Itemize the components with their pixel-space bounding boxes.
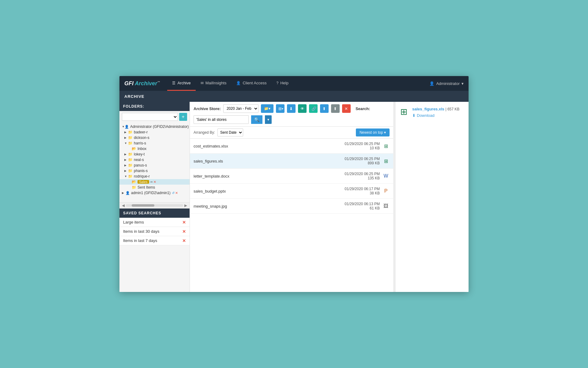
- tab-client-access[interactable]: 👤 Client Access: [231, 76, 271, 91]
- tree-item-dickson-s[interactable]: ▶ 📁 dickson-s: [119, 135, 190, 140]
- tree-item-lokey-t[interactable]: ▶ 📁 lokey-t: [119, 151, 190, 157]
- scroll-right-icon[interactable]: ▶: [184, 203, 187, 208]
- saved-search-last-30-days[interactable]: Items in last 30 days ✕: [119, 227, 190, 236]
- tree-item-sales[interactable]: 📂 Sales ✏ ✕: [119, 179, 190, 185]
- tab-archive[interactable]: ☰ Archive: [167, 76, 195, 91]
- download-arrow-icon: ⬇: [412, 113, 416, 118]
- arranged-select[interactable]: Sent Date: [217, 128, 243, 136]
- download-button[interactable]: ⬇: [287, 104, 296, 113]
- user-menu[interactable]: 👤 Administrator ▾: [429, 81, 464, 86]
- newest-on-top-button[interactable]: Newest on top ▾: [356, 128, 390, 136]
- archive-store-select[interactable]: 2020 Jan - Feb: [223, 104, 258, 113]
- scroll-left-icon[interactable]: ◀: [122, 203, 125, 208]
- edit-tag-icon[interactable]: ✏: [150, 180, 153, 184]
- tree-arrow: ▼: [122, 125, 125, 128]
- folder-icon: 📁: [128, 130, 133, 134]
- client-icon: 👤: [236, 81, 241, 85]
- delete-saved-search-button[interactable]: ✕: [182, 239, 186, 243]
- file-meta: 01/29/2020 06:25 PM 10 KB: [331, 142, 380, 150]
- preview-file-size: | 657 KB: [445, 107, 459, 111]
- tree-arrow: ▼: [124, 175, 128, 178]
- tab-mailinsights[interactable]: ✉ MailInsights: [196, 76, 232, 91]
- tree-item-panus-s[interactable]: ▶ 📁 panus-s: [119, 163, 190, 168]
- tree-item-inbox[interactable]: 📂 Inbox: [119, 146, 190, 151]
- refresh-icon[interactable]: ↺: [172, 191, 175, 195]
- folder-icon: 📁: [132, 185, 136, 190]
- upload-button[interactable]: ⬆: [320, 104, 329, 113]
- content-toolbar: Archive Store: 2020 Jan - Feb 📁▾ ⊞▾ ⬇ 👁: [190, 102, 393, 127]
- file-meta: 01/29/2020 06:17 PM 38 KB: [331, 187, 380, 195]
- folder-icon: 📁: [128, 136, 133, 140]
- archive-bar: ARCHIVE: [119, 91, 469, 102]
- tree-arrow: ▶: [124, 131, 128, 134]
- tree-item-phanis-s[interactable]: ▶ 📁 phanis-s: [119, 168, 190, 174]
- tab-help[interactable]: ? Help: [271, 76, 293, 91]
- search-icon: 🔍: [254, 117, 259, 122]
- folder-toolbar: +: [119, 111, 190, 123]
- tree-arrow: ▶: [124, 136, 128, 139]
- search-button[interactable]: 🔍: [251, 115, 262, 124]
- delete-icon: ✕: [345, 106, 348, 111]
- delete-button[interactable]: ✕: [342, 104, 351, 113]
- app-window: GFI Archiver™ ☰ Archive ✉ MailInsights 👤…: [119, 76, 469, 292]
- tree-item-admin1[interactable]: ▶ 👤 admin1 (GFID2\admin1) ↺ ✕: [119, 190, 190, 196]
- eye-icon: 👁: [300, 106, 304, 111]
- file-row[interactable]: sales_figures.xls 01/29/2020 06:25 PM 89…: [190, 154, 393, 169]
- file-row[interactable]: meeting_snaps.jpg 01/29/2020 06:13 PM 61…: [190, 199, 393, 214]
- file-type-icon: ⊞: [382, 143, 390, 149]
- app-logo: GFI Archiver™: [124, 80, 160, 87]
- scroll-track: [126, 204, 183, 207]
- view-button[interactable]: ⊞▾: [276, 104, 285, 113]
- export-icon: ⬆: [334, 106, 337, 111]
- delete-saved-search-button[interactable]: ✕: [182, 220, 186, 224]
- tree-item-neal-s[interactable]: ▶ 📁 neal-s: [119, 157, 190, 163]
- tree-item-rodrique-r[interactable]: ▼ 📁 rodrique-r: [119, 174, 190, 179]
- delete-user-icon[interactable]: ✕: [175, 191, 178, 195]
- delete-tag-icon[interactable]: ✕: [153, 180, 156, 184]
- file-meta: 01/29/2020 06:25 PM 899 KB: [331, 157, 380, 165]
- saved-search-large-items[interactable]: Large items ✕: [119, 218, 190, 227]
- delete-saved-search-button[interactable]: ✕: [182, 229, 186, 234]
- tree-arrow: ▶: [124, 158, 128, 161]
- tree-item-badeer-r[interactable]: ▶ 📁 badeer-r: [119, 129, 190, 135]
- file-meta: 01/29/2020 06:13 PM 61 KB: [331, 202, 380, 210]
- eye-button[interactable]: 👁: [298, 104, 307, 113]
- folder-picker-button[interactable]: 📁▾: [261, 104, 273, 113]
- link-button[interactable]: 🔗: [309, 104, 318, 113]
- download-link[interactable]: ⬇ Download: [412, 113, 459, 118]
- folder-icon: 📁: [128, 174, 133, 178]
- search-label: Search:: [356, 106, 370, 111]
- horizontal-scrollbar[interactable]: ◀ ▶: [119, 202, 190, 209]
- tree-item-harris-s[interactable]: ▼ 📁 harris-s: [119, 140, 190, 146]
- scroll-thumb[interactable]: [132, 204, 155, 207]
- link-icon: 🔗: [311, 106, 316, 111]
- folder-picker-icon: 📁▾: [264, 106, 270, 111]
- folder-tree: ▼ 👤 Administrator (GFID2\Administrator) …: [119, 123, 190, 202]
- saved-search-last-7-days[interactable]: Items in last 7 days ✕: [119, 236, 190, 245]
- file-name: meeting_snaps.jpg: [194, 204, 331, 209]
- folder-icon: 📁: [128, 169, 133, 173]
- preview-file-name[interactable]: sales_figures.xls: [412, 107, 444, 111]
- file-row[interactable]: cost_estimates.xlsx 01/29/2020 06:25 PM …: [190, 139, 393, 154]
- tree-item-admin[interactable]: ▼ 👤 Administrator (GFID2\Administrator): [119, 124, 190, 129]
- search-dropdown-button[interactable]: ▾: [265, 115, 272, 124]
- folder-dropdown[interactable]: [122, 113, 178, 121]
- tree-item-sent-items[interactable]: 📁 Sent Items: [119, 185, 190, 190]
- saved-searches-header: SAVED SEARCHES: [119, 209, 190, 218]
- preview-file-icon: ⊞: [400, 107, 407, 117]
- add-folder-button[interactable]: +: [179, 113, 187, 121]
- file-row[interactable]: sales_budget.pptx 01/29/2020 06:17 PM 38…: [190, 184, 393, 199]
- help-icon: ?: [276, 81, 278, 85]
- preview-header: ⊞ sales_figures.xls | 657 KB ⬇ Download: [400, 107, 464, 118]
- preview-file-info: sales_figures.xls | 657 KB ⬇ Download: [412, 107, 459, 118]
- export-button[interactable]: ⬆: [331, 104, 340, 113]
- folders-header: FOLDERS:: [119, 102, 190, 111]
- inbox-icon: 📂: [132, 147, 136, 151]
- search-input[interactable]: [194, 115, 249, 124]
- file-meta: 01/29/2020 06:25 PM 135 KB: [331, 172, 380, 180]
- folder-icon: 📁: [128, 163, 133, 167]
- file-row[interactable]: letter_template.docx 01/29/2020 06:25 PM…: [190, 169, 393, 184]
- folder-tag-icon: 📂: [132, 180, 136, 184]
- arranged-bar: Arranged By: Sent Date Newest on top ▾: [190, 127, 393, 139]
- tree-arrow: ▶: [122, 191, 126, 194]
